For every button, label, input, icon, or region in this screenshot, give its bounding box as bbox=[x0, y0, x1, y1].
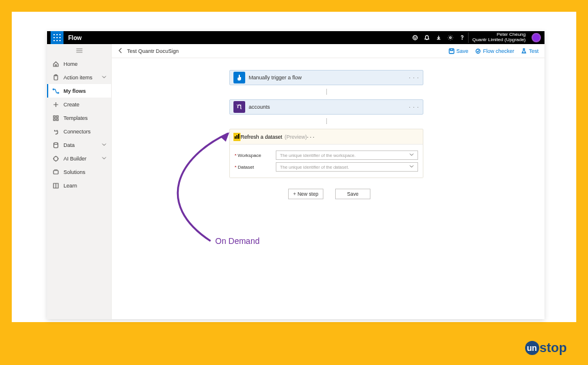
flow-title: Test Quantr DocuSign bbox=[127, 48, 179, 54]
sidebar-item-label: Action items bbox=[64, 75, 92, 81]
chevron-down-icon bbox=[102, 156, 106, 162]
sidebar-item-data[interactable]: Data bbox=[47, 138, 111, 152]
connector-arrow-icon bbox=[326, 115, 327, 129]
svg-rect-33 bbox=[235, 136, 236, 139]
step-refresh-dataset[interactable]: Refresh a dataset(Preview) · · · Workspa… bbox=[229, 129, 423, 178]
svg-rect-23 bbox=[54, 119, 55, 120]
sidebar-item-create[interactable]: Create bbox=[47, 98, 111, 111]
svg-rect-22 bbox=[56, 116, 58, 118]
svg-rect-2 bbox=[59, 34, 61, 35]
ai-icon bbox=[52, 155, 60, 163]
annotation-text: On Demand bbox=[215, 236, 259, 246]
sidebar-item-home[interactable]: Home bbox=[47, 57, 111, 71]
svg-rect-7 bbox=[56, 40, 58, 41]
svg-rect-21 bbox=[54, 116, 55, 118]
app-window: Flow Peter Cheung Quantr Limited (Upgrad… bbox=[47, 31, 544, 319]
svg-rect-34 bbox=[236, 135, 238, 139]
dataset-dropdown[interactable]: The unique identifier of the dataset. bbox=[276, 162, 418, 172]
step-manual-trigger[interactable]: Manually trigger a flow · · · bbox=[229, 70, 423, 85]
quantr-icon: DocuSign bbox=[233, 101, 245, 113]
notifications-icon[interactable] bbox=[421, 32, 433, 43]
step-title: Manually trigger a flow bbox=[249, 75, 302, 81]
sidebar-item-learn[interactable]: Learn bbox=[47, 179, 111, 192]
sidebar-item-my-flows[interactable]: My flows bbox=[47, 84, 111, 98]
back-button[interactable] bbox=[118, 48, 123, 55]
connector-arrow-icon bbox=[326, 85, 327, 99]
svg-point-13 bbox=[462, 39, 463, 39]
app-brand: Flow bbox=[68, 35, 82, 41]
svg-rect-8 bbox=[59, 40, 61, 41]
step-menu-button[interactable]: · · · bbox=[409, 75, 419, 81]
sidebar-item-label: Connectors bbox=[64, 129, 91, 135]
home-icon bbox=[52, 60, 60, 68]
feedback-icon[interactable] bbox=[409, 32, 421, 43]
download-icon[interactable] bbox=[433, 32, 445, 43]
chevron-down-icon bbox=[409, 152, 414, 158]
svg-rect-24 bbox=[56, 119, 58, 120]
step-menu-button[interactable]: · · · bbox=[409, 104, 419, 110]
svg-rect-3 bbox=[54, 37, 55, 38]
powerbi-icon bbox=[233, 133, 240, 141]
unstop-logo: unstop bbox=[525, 340, 567, 356]
touch-icon bbox=[233, 72, 245, 83]
book-icon bbox=[52, 182, 60, 190]
dataset-label: Dataset bbox=[235, 165, 276, 170]
settings-icon[interactable] bbox=[445, 32, 456, 43]
account-info[interactable]: Peter Cheung Quantr Limited (Upgrade) bbox=[468, 32, 529, 43]
help-icon[interactable] bbox=[456, 32, 468, 43]
save-button[interactable]: Save bbox=[335, 189, 370, 199]
solutions-icon bbox=[52, 168, 60, 176]
svg-rect-6 bbox=[54, 40, 55, 41]
templates-icon bbox=[52, 114, 60, 122]
sidebar-item-label: Learn bbox=[64, 183, 77, 189]
step-title: accounts bbox=[249, 104, 270, 110]
tenant-name: Quantr Limited (Upgrade) bbox=[472, 38, 526, 43]
svg-point-11 bbox=[416, 37, 416, 38]
save-button[interactable]: Save bbox=[449, 48, 469, 54]
svg-rect-28 bbox=[449, 49, 454, 53]
flow-checker-button[interactable]: Flow checker bbox=[475, 48, 514, 54]
sidebar-item-action-items[interactable]: Action items bbox=[47, 71, 111, 84]
plus-icon bbox=[52, 101, 60, 109]
flow-canvas: Manually trigger a flow · · · DocuSign a… bbox=[112, 58, 544, 319]
new-step-button[interactable]: + New step bbox=[288, 189, 323, 199]
sidebar-item-label: Create bbox=[64, 102, 79, 108]
step-title: Refresh a dataset(Preview) bbox=[240, 134, 307, 140]
clipboard-icon bbox=[52, 73, 60, 82]
svg-rect-35 bbox=[238, 134, 239, 139]
workspace-dropdown[interactable]: The unique identifier of the workspace. bbox=[276, 150, 418, 160]
data-icon bbox=[52, 141, 60, 149]
svg-text:DocuSign: DocuSign bbox=[236, 104, 242, 105]
sidebar-item-label: My flows bbox=[64, 88, 86, 94]
app-topbar: Flow Peter Cheung Quantr Limited (Upgrad… bbox=[47, 31, 544, 44]
svg-rect-0 bbox=[54, 34, 55, 35]
svg-rect-5 bbox=[59, 37, 61, 38]
svg-point-25 bbox=[54, 142, 58, 144]
chevron-down-icon bbox=[102, 75, 106, 81]
svg-rect-4 bbox=[56, 37, 58, 38]
svg-rect-1 bbox=[56, 34, 58, 35]
svg-point-10 bbox=[414, 37, 415, 38]
sidebar-item-label: Solutions bbox=[64, 169, 85, 175]
svg-rect-27 bbox=[54, 170, 58, 174]
chevron-down-icon bbox=[102, 142, 106, 148]
sidebar-item-label: Home bbox=[64, 61, 78, 67]
step-accounts[interactable]: DocuSign accounts · · · bbox=[229, 99, 423, 115]
svg-point-12 bbox=[450, 37, 452, 39]
sidebar-collapse-button[interactable] bbox=[47, 44, 111, 57]
connectors-icon bbox=[52, 128, 60, 136]
test-button[interactable]: Test bbox=[521, 48, 539, 54]
sidebar-item-solutions[interactable]: Solutions bbox=[47, 165, 111, 179]
sidebar-item-label: Templates bbox=[64, 115, 88, 121]
app-launcher-button[interactable] bbox=[51, 31, 64, 44]
svg-point-9 bbox=[413, 35, 418, 40]
step-menu-button[interactable]: · · · bbox=[307, 134, 315, 140]
sidebar-item-ai-builder[interactable]: AI Builder bbox=[47, 152, 111, 165]
main: Test Quantr DocuSign Save Flow checker T… bbox=[112, 44, 544, 319]
sidebar-item-templates[interactable]: Templates bbox=[47, 111, 111, 125]
chevron-down-icon bbox=[409, 164, 414, 170]
workspace-label: Workspace bbox=[235, 153, 276, 158]
sidebar-item-connectors[interactable]: Connectors bbox=[47, 125, 111, 138]
avatar[interactable] bbox=[532, 33, 541, 42]
svg-point-26 bbox=[54, 156, 58, 160]
